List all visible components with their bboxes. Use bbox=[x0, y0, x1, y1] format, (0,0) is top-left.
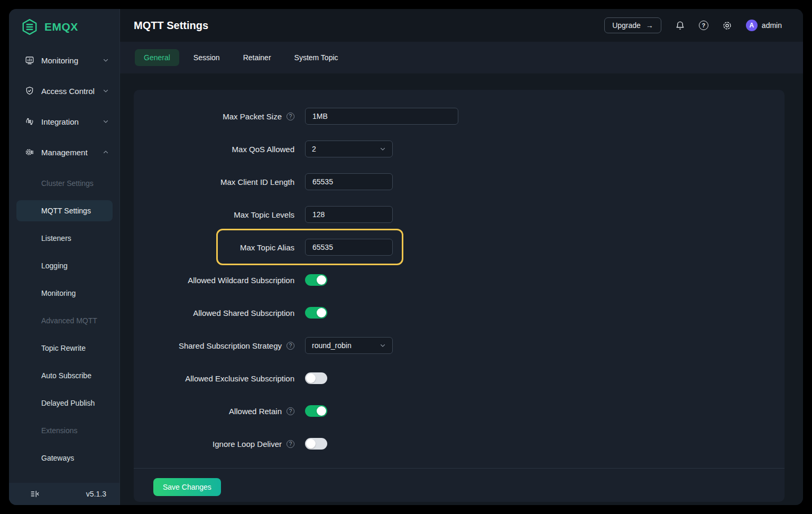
sidebar-item-monitoring[interactable]: Monitoring bbox=[9, 50, 119, 70]
sidebar-nav: Monitoring Access Control Integration bbox=[9, 50, 119, 469]
shared-subscription-strategy-select[interactable]: round_robin bbox=[305, 337, 393, 354]
data-sync-icon bbox=[25, 117, 34, 126]
sidebar-item-management[interactable]: Management bbox=[9, 142, 119, 162]
form-row-max-packet-size: Max Packet Size ? bbox=[134, 108, 785, 125]
app-window: EMQX Monitoring Access Control bbox=[9, 9, 803, 505]
upgrade-button[interactable]: Upgrade → bbox=[604, 17, 661, 33]
max-client-id-length-input[interactable] bbox=[305, 173, 393, 190]
form-row-shared-subscription: Allowed Shared Subscription bbox=[134, 304, 785, 321]
field-label: Allowed Exclusive Subscription bbox=[134, 374, 294, 383]
chevron-down-icon bbox=[103, 88, 109, 94]
username-label: admin bbox=[762, 21, 782, 30]
sidebar-item-extensions[interactable]: Extensions bbox=[9, 420, 119, 441]
select-value: round_robin bbox=[312, 341, 352, 350]
allowed-retain-toggle[interactable] bbox=[305, 405, 327, 417]
sidebar-item-label: Monitoring bbox=[41, 56, 78, 65]
tab-general[interactable]: General bbox=[135, 49, 179, 66]
form-row-max-topic-alias: Max Topic Alias bbox=[134, 239, 785, 256]
field-label: Allowed Retain ? bbox=[134, 407, 294, 416]
sidebar-item-cluster-settings[interactable]: Cluster Settings bbox=[9, 173, 119, 194]
sidebar-item-topic-rewrite[interactable]: Topic Rewrite bbox=[9, 338, 119, 359]
brand-name: EMQX bbox=[44, 21, 78, 33]
sidebar-item-access-control[interactable]: Access Control bbox=[9, 81, 119, 101]
ignore-loop-deliver-toggle[interactable] bbox=[305, 438, 327, 450]
sidebar-item-label: Cluster Settings bbox=[41, 179, 94, 188]
avatar: A bbox=[746, 20, 758, 31]
settings-card: Max Packet Size ? Max QoS Allowed 2 bbox=[134, 90, 785, 502]
max-packet-size-input[interactable] bbox=[305, 108, 458, 125]
help-icon[interactable]: ? bbox=[287, 407, 294, 415]
upgrade-label: Upgrade bbox=[612, 21, 641, 30]
sidebar-item-label: Listeners bbox=[41, 234, 71, 242]
user-menu[interactable]: A admin bbox=[746, 20, 782, 31]
shared-subscription-toggle[interactable] bbox=[305, 307, 327, 319]
field-label: Allowed Wildcard Subscription bbox=[134, 276, 294, 285]
sidebar: EMQX Monitoring Access Control bbox=[9, 9, 120, 505]
bell-icon[interactable] bbox=[675, 21, 685, 31]
sidebar-item-label: Gateways bbox=[41, 454, 74, 462]
help-icon[interactable]: ? bbox=[287, 113, 294, 120]
sidebar-item-label: Advanced MQTT bbox=[41, 316, 97, 325]
save-changes-button[interactable]: Save Changes bbox=[153, 478, 221, 496]
shield-check-icon bbox=[25, 86, 34, 96]
wildcard-subscription-toggle[interactable] bbox=[305, 274, 327, 286]
form-row-ignore-loop-deliver: Ignore Loop Deliver ? bbox=[134, 435, 785, 452]
sidebar-item-label: Access Control bbox=[41, 87, 95, 96]
help-icon[interactable]: ? bbox=[287, 342, 294, 350]
form-row-max-topic-levels: Max Topic Levels bbox=[134, 206, 785, 223]
sidebar-item-label: Auto Subscribe bbox=[41, 371, 91, 380]
sidebar-item-logging[interactable]: Logging bbox=[9, 255, 119, 276]
sidebar-item-label: Integration bbox=[41, 117, 79, 126]
form-row-max-client-id-length: Max Client ID Length bbox=[134, 173, 785, 190]
sidebar-item-integration[interactable]: Integration bbox=[9, 111, 119, 132]
tab-session[interactable]: Session bbox=[184, 49, 229, 66]
sidebar-item-listeners[interactable]: Listeners bbox=[9, 228, 119, 249]
gear-list-icon bbox=[25, 147, 34, 157]
sidebar-item-gateways[interactable]: Gateways bbox=[9, 447, 119, 469]
help-circle-icon[interactable]: ? bbox=[699, 21, 708, 30]
main-area: MQTT Settings Upgrade → ? bbox=[120, 9, 803, 505]
chevron-up-icon bbox=[103, 149, 109, 155]
field-label: Ignore Loop Deliver ? bbox=[134, 440, 294, 448]
collapse-sidebar-icon[interactable] bbox=[30, 489, 40, 499]
field-label: Shared Subscription Strategy ? bbox=[134, 341, 294, 350]
help-icon[interactable]: ? bbox=[287, 440, 294, 448]
chevron-down-icon bbox=[380, 342, 386, 349]
bar-chart-icon bbox=[25, 55, 34, 65]
page-header: MQTT Settings Upgrade → ? bbox=[120, 9, 803, 42]
sidebar-item-monitoring-sub[interactable]: Monitoring bbox=[9, 283, 119, 304]
toggle-knob bbox=[306, 373, 316, 383]
header-actions: Upgrade → ? A admin bbox=[604, 17, 782, 33]
tab-system-topic[interactable]: System Topic bbox=[285, 49, 347, 66]
chevron-down-icon bbox=[103, 57, 109, 63]
chevron-down-icon bbox=[103, 118, 109, 125]
sidebar-item-label: Monitoring bbox=[41, 289, 76, 297]
version-label: v5.1.3 bbox=[86, 490, 106, 498]
field-label: Max Client ID Length bbox=[134, 177, 294, 186]
sidebar-item-label: Management bbox=[41, 148, 88, 157]
sidebar-item-label: Topic Rewrite bbox=[41, 344, 86, 352]
max-qos-select[interactable]: 2 bbox=[305, 141, 393, 157]
toggle-knob bbox=[306, 439, 316, 448]
toggle-knob bbox=[317, 275, 326, 285]
sidebar-item-label: Delayed Publish bbox=[41, 399, 95, 407]
emqx-logo-icon bbox=[21, 18, 39, 36]
toggle-knob bbox=[317, 308, 326, 317]
exclusive-subscription-toggle[interactable] bbox=[305, 372, 327, 384]
toggle-knob bbox=[317, 406, 326, 416]
tab-retainer[interactable]: Retainer bbox=[234, 49, 280, 66]
form-row-shared-subscription-strategy: Shared Subscription Strategy ? round_rob… bbox=[134, 337, 785, 354]
sidebar-item-delayed-publish[interactable]: Delayed Publish bbox=[9, 392, 119, 414]
brand-logo[interactable]: EMQX bbox=[9, 9, 119, 36]
max-topic-alias-input[interactable] bbox=[305, 239, 393, 256]
gear-icon[interactable] bbox=[722, 21, 732, 31]
select-value: 2 bbox=[312, 145, 316, 153]
sidebar-item-advanced-mqtt[interactable]: Advanced MQTT bbox=[9, 310, 119, 331]
max-topic-levels-input[interactable] bbox=[305, 206, 393, 223]
field-label: Max Topic Levels bbox=[134, 210, 294, 219]
tab-bar: General Session Retainer System Topic bbox=[120, 42, 803, 73]
sidebar-item-mqtt-settings[interactable]: MQTT Settings bbox=[16, 200, 113, 221]
field-label: Max Topic Alias bbox=[134, 243, 294, 252]
sidebar-item-auto-subscribe[interactable]: Auto Subscribe bbox=[9, 365, 119, 386]
page-content: Max Packet Size ? Max QoS Allowed 2 bbox=[120, 73, 803, 505]
